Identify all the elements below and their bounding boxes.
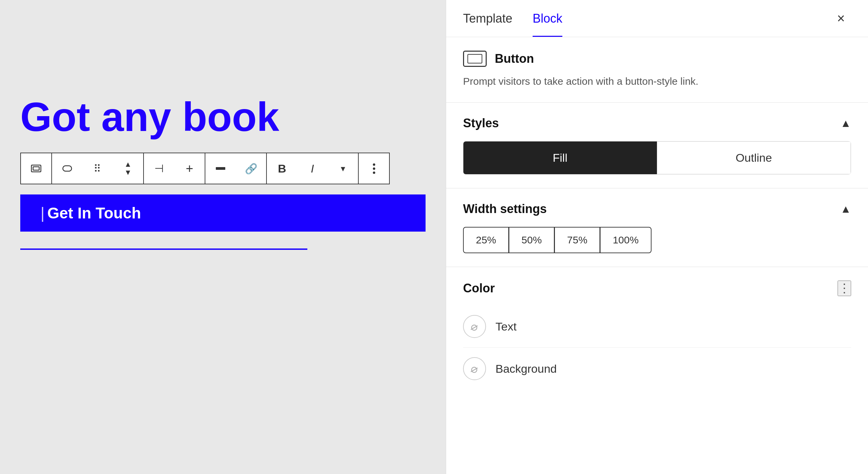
color-text-item[interactable]: ⌀ Text <box>463 306 851 348</box>
width-75-btn[interactable]: 75% <box>554 227 600 253</box>
block-description: Prompt visitors to take action with a bu… <box>463 74 851 89</box>
svg-rect-3 <box>216 167 225 170</box>
toolbar-italic-btn[interactable]: I <box>297 153 328 184</box>
svg-rect-1 <box>33 167 39 170</box>
width-settings-section: Width settings ▲ 25% 50% 75% 100% <box>446 188 868 267</box>
toolbar-group-text: B I ▾ <box>267 153 359 184</box>
width-settings-header: Width settings ▲ <box>463 202 851 216</box>
toolbar-block-type-btn[interactable] <box>21 153 51 184</box>
width-settings-collapse-btn[interactable]: ▲ <box>840 203 851 215</box>
toolbar-bold-btn[interactable]: B <box>267 153 297 184</box>
close-button[interactable]: × <box>831 8 851 29</box>
styles-collapse-btn[interactable]: ▲ <box>840 117 851 130</box>
block-header: Button <box>463 51 851 67</box>
toolbar-link-btn[interactable]: 🔗 <box>236 153 266 184</box>
color-more-btn[interactable]: ⋮ <box>838 281 851 296</box>
canvas-heading: Got any book <box>20 95 426 139</box>
toolbar-group-style: ⠿ ▲ ▼ <box>52 153 144 184</box>
width-50-btn[interactable]: 50% <box>509 227 555 253</box>
color-section: Color ⋮ ⌀ Text ⌀ Background <box>446 267 868 403</box>
block-icon-inner <box>467 54 482 63</box>
styles-section: Styles ▲ Fill Outline <box>446 103 868 188</box>
toolbar-align-left-btn[interactable]: ⊣ <box>144 153 174 184</box>
width-options: 25% 50% 75% 100% <box>463 227 851 253</box>
color-header: Color ⋮ <box>463 281 851 296</box>
toolbar-move-btn[interactable]: ⠿ <box>82 153 113 184</box>
toolbar-align-center-btn[interactable] <box>205 153 236 184</box>
toolbar-more-btn[interactable] <box>359 153 389 184</box>
background-color-swatch: ⌀ <box>463 357 486 380</box>
panel-tabs: Template Block <box>463 0 562 37</box>
style-options: Fill Outline <box>463 141 851 175</box>
no-color-icon: ⌀ <box>469 319 480 334</box>
style-fill-btn[interactable]: Fill <box>463 141 657 174</box>
canvas-area: Got any book ⠿ ▲ ▼ <box>0 0 446 474</box>
styles-title: Styles <box>463 116 499 130</box>
toolbar-style-btn[interactable] <box>52 153 82 184</box>
panel-header: Template Block × <box>446 0 868 37</box>
block-info-section: Button Prompt visitors to take action wi… <box>446 37 868 103</box>
block-title: Button <box>495 52 534 66</box>
styles-header: Styles ▲ <box>463 116 851 130</box>
style-outline-btn[interactable]: Outline <box>657 141 851 174</box>
toolbar-add-btn[interactable]: + <box>174 153 205 184</box>
toolbar-group-block <box>21 153 52 184</box>
svg-rect-2 <box>63 166 72 171</box>
toolbar-text-more-btn[interactable]: ▾ <box>328 153 358 184</box>
block-icon <box>463 51 487 67</box>
block-toolbar: ⠿ ▲ ▼ ⊣ + 🔗 B <box>20 153 390 184</box>
color-background-item[interactable]: ⌀ Background <box>463 348 851 390</box>
toolbar-group-format: 🔗 <box>205 153 267 184</box>
underline-bar <box>20 248 307 250</box>
text-color-label: Text <box>495 320 516 333</box>
right-panel: Template Block × Button Prompt visitors … <box>446 0 868 474</box>
background-color-label: Background <box>495 362 557 375</box>
text-color-swatch: ⌀ <box>463 315 486 338</box>
toolbar-group-more <box>359 153 389 184</box>
tab-block[interactable]: Block <box>533 0 562 37</box>
width-100-btn[interactable]: 100% <box>600 227 652 253</box>
toolbar-group-align: ⊣ + <box>144 153 205 184</box>
width-25-btn[interactable]: 25% <box>463 227 509 253</box>
no-bg-color-icon: ⌀ <box>469 361 480 376</box>
get-in-touch-button[interactable]: Get In Touch <box>20 194 426 232</box>
color-title: Color <box>463 281 495 295</box>
toolbar-reorder-btn[interactable]: ▲ ▼ <box>113 153 143 184</box>
tab-template[interactable]: Template <box>463 0 512 37</box>
width-settings-title: Width settings <box>463 202 547 216</box>
